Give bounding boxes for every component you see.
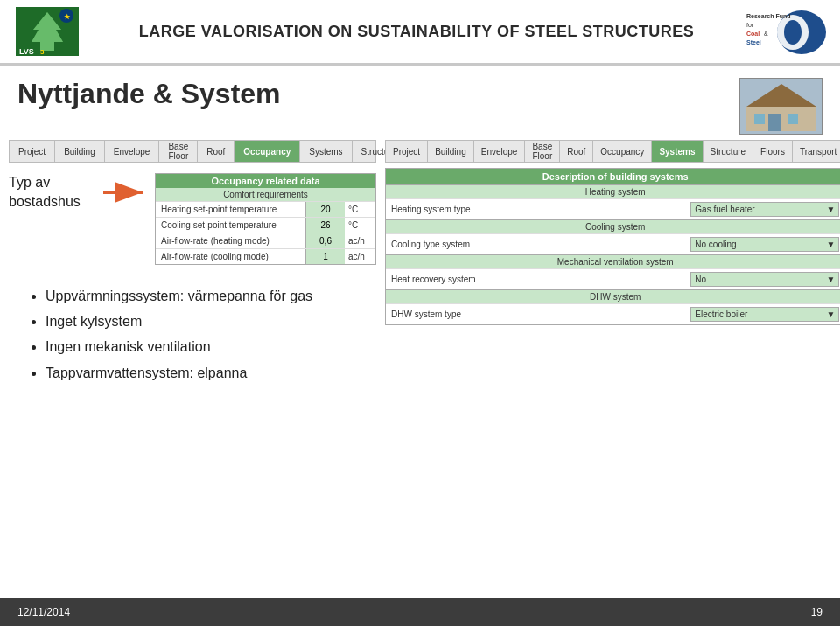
- sys-tab-occupancy[interactable]: Occupancy: [593, 141, 652, 162]
- bullet-list-container: Uppvärmningssystem: värmepanna för gas I…: [9, 281, 376, 390]
- bullet-item-ventilation: Ingen mekanisk ventilation: [46, 335, 368, 358]
- occupancy-tab-bar: Project Building Envelope Base Floor Roo…: [9, 140, 376, 163]
- right-panel: Project Building Envelope Base Floor Roo…: [385, 140, 840, 390]
- bullet-list: Uppvärmningssystem: värmepanna för gas I…: [26, 284, 368, 385]
- occ-tab-building[interactable]: Building: [55, 141, 105, 162]
- sys-tab-project[interactable]: Project: [386, 141, 428, 162]
- svg-text:3: 3: [40, 48, 45, 56]
- ventilation-section-title: Mechanical ventilation system: [386, 254, 840, 268]
- ventilation-section: Mechanical ventilation system Heat recov…: [386, 254, 840, 289]
- footer-page: 19: [811, 606, 822, 618]
- occ-sub-title: Comfort requirements: [156, 188, 375, 201]
- heating-dropdown-arrow: ▼: [826, 205, 835, 214]
- dhw-system-row: DHW system type Electric boiler ▼: [386, 303, 840, 324]
- heating-system-select[interactable]: Gas fuel heater ▼: [690, 202, 839, 217]
- heat-recovery-label: Heat recovery system: [391, 275, 690, 284]
- occ-row-cooling-temp: Cooling set-point temperature 26 °C: [156, 217, 375, 233]
- sys-tab-envelope[interactable]: Envelope: [474, 141, 526, 162]
- bullet-item-dhw: Tappvarmvattensystem: elpanna: [46, 361, 368, 385]
- svg-rect-18: [788, 114, 798, 124]
- lvs-logo: ★ LVS 3: [12, 6, 82, 57]
- bullet-item-heating: Uppvärmningssystem: värmepanna för gas: [46, 284, 368, 308]
- occ-tab-roof[interactable]: Roof: [198, 141, 234, 162]
- bullet-item-cooling: Inget kylsystem: [46, 310, 368, 333]
- occ-tab-project[interactable]: Project: [10, 141, 55, 162]
- svg-text:★: ★: [64, 13, 71, 21]
- cooling-dropdown-arrow: ▼: [826, 240, 835, 249]
- occ-tab-basefloor[interactable]: Base Floor: [159, 141, 198, 162]
- heating-section: Heating system Heating system type Gas f…: [386, 184, 840, 219]
- dhw-system-select[interactable]: Electric boiler ▼: [690, 307, 839, 322]
- heat-recovery-select[interactable]: No ▼: [690, 272, 839, 287]
- ventilation-row: Heat recovery system No ▼: [386, 268, 840, 289]
- svg-text:&: &: [764, 31, 768, 37]
- svg-text:Steel: Steel: [746, 39, 761, 45]
- header: ★ LVS 3 LARGE VALORISATION ON SUSTAINABI…: [0, 0, 840, 66]
- main-panels: Project Building Envelope Base Floor Roo…: [0, 140, 840, 390]
- dhw-section-title: DHW system: [386, 289, 840, 303]
- cooling-system-label: Cooling type system: [391, 240, 690, 249]
- sys-tab-systems[interactable]: Systems: [652, 141, 703, 162]
- svg-text:for: for: [746, 22, 754, 28]
- occ-section-title: Occupancy related data: [156, 174, 375, 188]
- occ-row-heating-temp: Heating set-point temperature 20 °C: [156, 201, 375, 217]
- sys-tab-floors[interactable]: Floors: [753, 141, 793, 162]
- ventilation-dropdown-arrow: ▼: [826, 275, 835, 284]
- footer: 12/11/2014 19: [0, 598, 840, 626]
- occ-row-airflow-heating: Air-flow-rate (heating mode) 0,6 ac/h: [156, 233, 375, 248]
- heating-system-label: Heating system type: [391, 205, 690, 214]
- dhw-system-label: DHW system type: [391, 310, 690, 319]
- header-title-text: LARGE VALORISATION ON SUSTAINABILITY OF …: [93, 23, 740, 41]
- occ-tab-envelope[interactable]: Envelope: [105, 141, 160, 162]
- left-panel: Project Building Envelope Base Floor Roo…: [9, 140, 376, 390]
- building-systems-panel: Description of building systems Heating …: [385, 168, 840, 325]
- slide-header: Nyttjande & System: [0, 66, 840, 138]
- svg-rect-19: [754, 114, 765, 124]
- building-type-label: Typ avbostadshus: [9, 173, 80, 212]
- sys-tab-roof[interactable]: Roof: [560, 141, 593, 162]
- occ-row-airflow-cooling: Air-flow-rate (cooling mode) 1 ac/h: [156, 248, 375, 264]
- svg-point-9: [784, 20, 802, 45]
- occ-tab-systems[interactable]: Systems: [300, 141, 352, 162]
- header-title: LARGE VALORISATION ON SUSTAINABILITY OF …: [93, 23, 740, 41]
- cooling-section: Cooling system Cooling type system No co…: [386, 219, 840, 254]
- svg-marker-16: [746, 84, 816, 107]
- dhw-section: DHW system DHW system type Electric boil…: [386, 289, 840, 324]
- rfcs-logo: Research Fund for Coal & Steel: [740, 8, 828, 56]
- cooling-system-row: Cooling type system No cooling ▼: [386, 233, 840, 254]
- cooling-system-select[interactable]: No cooling ▼: [690, 237, 839, 252]
- arrow-icon: [102, 182, 150, 203]
- bldg-sys-title: Description of building systems: [386, 169, 840, 184]
- footer-date: 12/11/2014: [18, 606, 70, 618]
- svg-text:LVS: LVS: [19, 47, 34, 56]
- svg-rect-17: [768, 114, 780, 131]
- slide-image: [739, 78, 822, 135]
- sys-tab-basefloor[interactable]: Base Floor: [525, 141, 560, 162]
- sys-tab-building[interactable]: Building: [428, 141, 474, 162]
- occ-tab-occupancy[interactable]: Occupancy: [234, 141, 300, 162]
- cooling-section-title: Cooling system: [386, 219, 840, 233]
- svg-text:Research Fund: Research Fund: [746, 13, 791, 19]
- sys-tab-structure[interactable]: Structure: [704, 141, 754, 162]
- svg-text:Coal: Coal: [746, 31, 760, 37]
- heating-system-row: Heating system type Gas fuel heater ▼: [386, 198, 840, 219]
- dhw-dropdown-arrow: ▼: [826, 310, 835, 319]
- sys-tab-transport[interactable]: Transport: [793, 141, 840, 162]
- occupancy-data-table: Occupancy related data Comfort requireme…: [155, 173, 376, 265]
- systems-tab-bar: Project Building Envelope Base Floor Roo…: [385, 140, 840, 163]
- slide-title: Nyttjande & System: [18, 78, 281, 110]
- heating-section-title: Heating system: [386, 184, 840, 198]
